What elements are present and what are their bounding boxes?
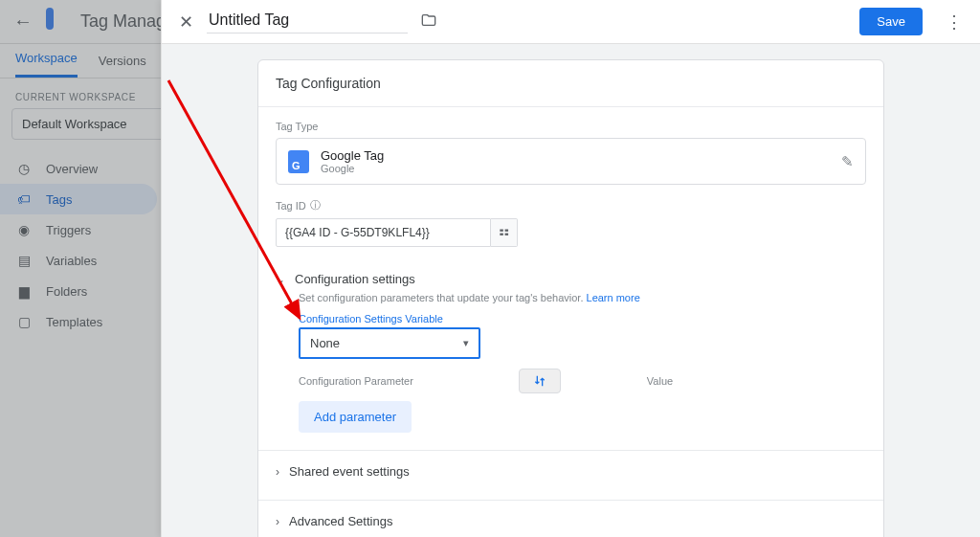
- svg-rect-2: [504, 230, 508, 232]
- shared-event-title: Shared event settings: [289, 464, 410, 479]
- svg-rect-1: [500, 234, 503, 235]
- tag-type-selector[interactable]: Google Tag Google ✎: [276, 138, 866, 185]
- chevron-right-icon: ›: [276, 465, 279, 479]
- config-var-label: Configuration Settings Variable: [299, 313, 866, 324]
- close-icon[interactable]: ✕: [179, 11, 193, 33]
- tag-name-input[interactable]: [207, 10, 408, 34]
- tag-config-title: Tag Configuration: [258, 60, 883, 106]
- google-tag-icon: [288, 150, 309, 173]
- config-settings-title: Configuration settings: [295, 272, 415, 286]
- add-parameter-button[interactable]: Add parameter: [299, 401, 412, 433]
- tag-type-vendor: Google: [321, 163, 384, 174]
- tag-type-label: Tag Type: [276, 121, 866, 132]
- tag-id-label: Tag ID: [276, 200, 306, 212]
- more-menu-icon[interactable]: ⋮: [946, 11, 963, 33]
- sort-button[interactable]: [519, 369, 561, 393]
- config-var-select[interactable]: None ▾: [299, 327, 480, 359]
- config-settings-toggle[interactable]: ⌄ Configuration settings: [258, 260, 883, 292]
- dropdown-arrow-icon: ▾: [463, 337, 469, 349]
- svg-rect-0: [500, 230, 503, 232]
- learn-more-link[interactable]: Learn more: [587, 292, 640, 303]
- svg-rect-3: [504, 234, 508, 235]
- tag-configuration-card: Tag Configuration Tag Type Google Tag Go…: [257, 59, 884, 537]
- tag-id-input[interactable]: [276, 218, 491, 247]
- pencil-icon[interactable]: ✎: [841, 153, 854, 170]
- param-column-label: Configuration Parameter: [299, 375, 413, 387]
- help-icon[interactable]: ⓘ: [310, 198, 321, 213]
- config-var-value: None: [310, 336, 340, 350]
- tag-editor-panel: ✕ Save ⋮ Tag Configuration Tag Type Goog…: [161, 0, 980, 537]
- save-button[interactable]: Save: [859, 8, 923, 35]
- chevron-down-icon: ⌄: [276, 273, 285, 286]
- config-settings-desc: Set configuration parameters that update…: [299, 292, 583, 303]
- value-column-label: Value: [647, 375, 673, 387]
- shared-event-toggle[interactable]: › Shared event settings: [258, 451, 883, 492]
- tag-type-name: Google Tag: [321, 148, 384, 163]
- chevron-right-icon: ›: [276, 515, 279, 528]
- variable-picker-button[interactable]: [491, 218, 518, 247]
- folder-outline-icon[interactable]: [421, 12, 436, 32]
- advanced-settings-title: Advanced Settings: [289, 514, 392, 528]
- advanced-settings-toggle[interactable]: › Advanced Settings: [258, 501, 883, 537]
